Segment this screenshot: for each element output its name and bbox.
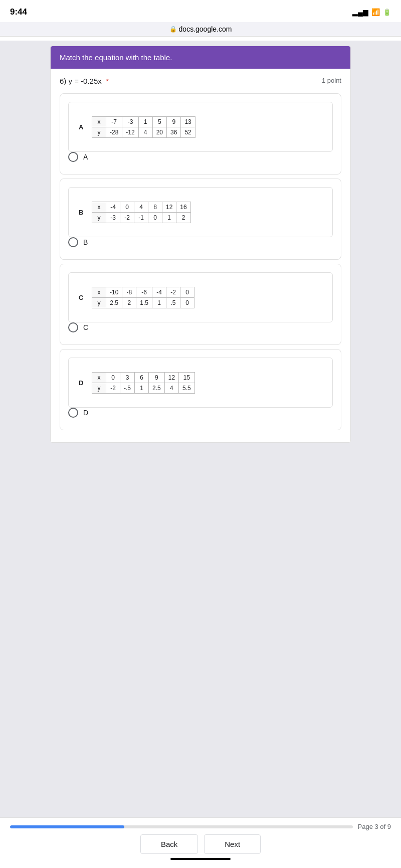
table-label-a: A <box>79 123 87 131</box>
battery-icon: 🔋 <box>383 9 391 16</box>
table-wrapper-d: D x 0 3 6 9 12 15 y -2 <box>68 358 333 408</box>
table-label-d: D <box>79 379 87 387</box>
option-card-d: D x 0 3 6 9 12 15 y -2 <box>60 349 341 430</box>
signal-icon: ▂▄▆ <box>352 8 368 16</box>
option-d-label-row[interactable]: D <box>68 408 333 418</box>
question-container: Match the equation with the table. 6) y … <box>50 46 351 443</box>
question-title: 6) y = -0.25x * 1 point <box>60 77 341 85</box>
status-icons: ▂▄▆ 📶 🔋 <box>352 8 391 16</box>
bottom-bar: Page 3 of 9 Back Next <box>0 817 401 868</box>
url-text: docs.google.com <box>179 25 232 33</box>
data-table-a: x -7 -3 1 5 9 13 y -28 -12 4 <box>92 116 195 138</box>
back-button[interactable]: Back <box>140 834 198 854</box>
status-bar: 9:44 ▂▄▆ 📶 🔋 <box>0 0 401 22</box>
question-points: 1 point <box>322 77 341 84</box>
progress-row: Page 3 of 9 <box>10 823 391 830</box>
nav-buttons: Back Next <box>10 834 391 854</box>
table-label-b: B <box>79 209 87 216</box>
option-b-letter: B <box>83 238 88 246</box>
question-body: 6) y = -0.25x * 1 point A x -7 -3 1 <box>51 69 350 442</box>
wifi-icon: 📶 <box>371 8 380 16</box>
option-card-a: A x -7 -3 1 5 9 13 y -28 <box>60 93 341 175</box>
radio-a[interactable] <box>68 152 78 162</box>
next-button[interactable]: Next <box>204 834 261 854</box>
question-text: 6) y = -0.25x * <box>60 77 109 85</box>
table-wrapper-b: B x -4 0 4 8 12 16 y -3 <box>68 187 333 237</box>
data-table-c: x -10 -8 -6 -4 -2 0 y 2.5 2 1.5 <box>92 287 194 308</box>
option-a-label-row[interactable]: A <box>68 152 333 162</box>
home-indicator <box>170 858 231 860</box>
data-table-d: x 0 3 6 9 12 15 y -2 -.5 1 <box>92 372 195 394</box>
table-label-c: C <box>79 294 87 301</box>
radio-c[interactable] <box>68 322 78 332</box>
option-a-letter: A <box>83 153 88 161</box>
option-card-b: B x -4 0 4 8 12 16 y -3 <box>60 179 341 260</box>
table-wrapper-a: A x -7 -3 1 5 9 13 y -28 <box>68 102 333 152</box>
content-area: Match the equation with the table. 6) y … <box>0 41 401 511</box>
progress-bar-bg <box>10 825 353 828</box>
radio-d[interactable] <box>68 408 78 418</box>
table-wrapper-c: C x -10 -8 -6 -4 -2 0 y <box>68 272 333 322</box>
browser-bar: 🔒 docs.google.com <box>0 22 401 37</box>
option-c-label-row[interactable]: C <box>68 322 333 332</box>
lock-icon: 🔒 <box>169 26 177 33</box>
progress-bar-fill <box>10 825 124 828</box>
question-header: Match the equation with the table. <box>51 46 350 69</box>
browser-url: 🔒 docs.google.com <box>169 25 232 33</box>
data-table-b: x -4 0 4 8 12 16 y -3 -2 -1 <box>92 202 191 223</box>
option-card-c: C x -10 -8 -6 -4 -2 0 y <box>60 264 341 345</box>
required-marker: * <box>106 77 109 85</box>
status-time: 9:44 <box>10 7 27 17</box>
progress-text: Page 3 of 9 <box>358 823 391 830</box>
radio-b[interactable] <box>68 237 78 247</box>
option-d-letter: D <box>83 409 88 417</box>
option-b-label-row[interactable]: B <box>68 237 333 247</box>
option-c-letter: C <box>83 323 88 331</box>
